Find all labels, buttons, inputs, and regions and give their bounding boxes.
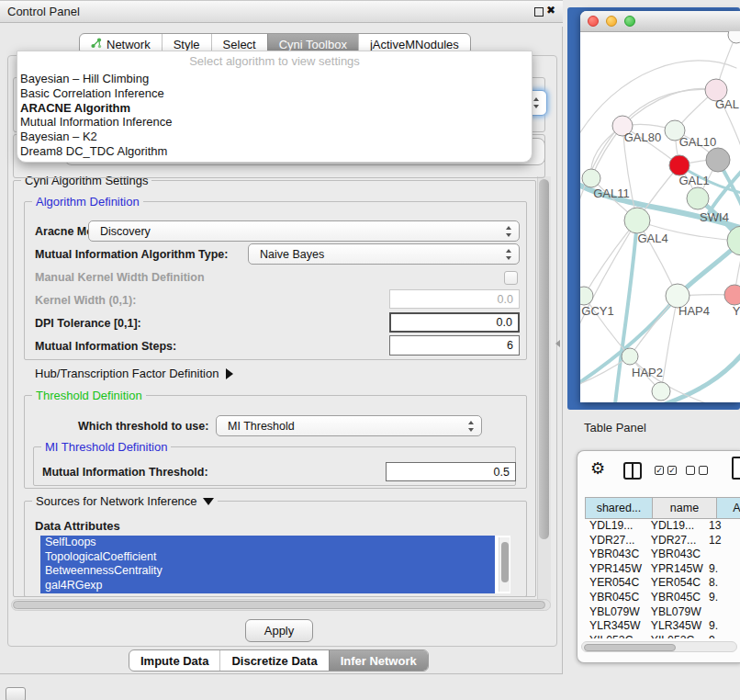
kernel-width-field[interactable]: 0.0 (389, 289, 520, 309)
network-window-titlebar[interactable] (580, 11, 740, 32)
tab-infer-network[interactable]: Infer Network (329, 650, 428, 671)
table-row[interactable]: YBR045CYBR045C9. (585, 591, 740, 605)
table-cell: YBR045C (646, 591, 704, 605)
tab-label: Infer Network (341, 654, 417, 668)
tab-label: Cyni Toolbox (279, 38, 347, 51)
network-node-gal4[interactable] (624, 208, 650, 233)
column-header-a[interactable]: A (717, 497, 740, 519)
mac-close-button[interactable] (588, 16, 599, 27)
table-cell: 9. (704, 619, 740, 634)
unchecked-checkbox-icon (686, 466, 695, 475)
table-cell: 9. (704, 591, 740, 605)
network-node-hap2[interactable] (622, 348, 638, 365)
tab-discretize-data[interactable]: Discretize Data (219, 650, 328, 671)
stepper-icon (505, 226, 512, 237)
close-icon[interactable]: ✖ (546, 4, 555, 17)
mi-type-label: Mutual Information Algorithm Type: (35, 248, 228, 261)
mac-zoom-button[interactable] (624, 16, 635, 27)
dpi-tolerance-field[interactable]: 0.0 (389, 312, 520, 333)
table-row[interactable]: YBR043CYBR043C (585, 548, 740, 562)
settings-vertical-scrollbar-thumb[interactable] (539, 179, 549, 539)
table-row[interactable]: YDR27...YDR27...12 (585, 534, 740, 548)
bottom-left-partial-icon[interactable] (6, 687, 26, 700)
column-header-name[interactable]: name (653, 497, 717, 519)
network-canvas[interactable]: GALGAL80GAL10GAL1GAL11SWI4GAL4GCY1HAP4YH… (580, 31, 740, 402)
mi-type-value: Naive Bayes (260, 248, 324, 261)
gear-icon[interactable]: ⚙ (590, 458, 605, 479)
mi-threshold-field[interactable]: 0.5 (386, 462, 516, 481)
network-node[interactable] (706, 148, 730, 172)
node-label-gal4: GAL4 (637, 231, 667, 245)
scrollbar-thumb[interactable] (584, 644, 676, 651)
table-cell: YBL079W (585, 605, 646, 620)
table-row[interactable]: YDL19...YDL19...13 (585, 519, 740, 534)
stepper-icon (505, 249, 512, 260)
table-row[interactable]: YER054CYER054C8. (585, 576, 740, 591)
table-cell: YLR345W (646, 619, 704, 634)
attributes-list-scrollbar[interactable] (499, 537, 510, 592)
select-all-columns-icon[interactable]: ✓ ✓ (655, 466, 677, 475)
checked-checkbox-icon: ✓ (655, 466, 664, 475)
column-header-shared[interactable]: shared... (585, 497, 653, 519)
table-horizontal-scrollbar[interactable] (581, 641, 737, 652)
which-threshold-value: MI Threshold (228, 420, 295, 433)
columns-icon[interactable] (623, 462, 642, 480)
application-root: Control Panel ✖ NetworkStyleSelectCyni T… (0, 0, 740, 700)
table-row[interactable]: YPR145WYPR145W9. (585, 562, 740, 577)
sources-title-text: Sources for Network Inference (36, 494, 197, 508)
dropdown-item-mutual-information-inference[interactable]: Mutual Information Inference (17, 115, 532, 130)
dropdown-item-dream8-dc-tdc-algorithm[interactable]: Dream8 DC_TDC Algorithm (17, 144, 532, 159)
document-icon[interactable] (732, 457, 740, 480)
attribute-item-betweennesscentrality[interactable]: BetweennessCentrality (40, 564, 495, 579)
dropdown-item-aracne-algorithm[interactable]: ARACNE Algorithm (17, 101, 532, 116)
attribute-item-topologicalcoefficient[interactable]: TopologicalCoefficient (40, 550, 495, 565)
table-cell: YIL052C (646, 634, 704, 638)
table-cell: YIL052C (585, 634, 646, 638)
network-node-gal11[interactable] (582, 169, 600, 187)
data-attributes-list[interactable]: SelfLoopsTopologicalCoefficientBetweenne… (40, 536, 510, 593)
network-node-swi4[interactable] (687, 187, 709, 209)
network-node[interactable] (652, 382, 670, 401)
algorithm-definition-title: Algorithm Definition (32, 195, 143, 209)
tab-impute-data[interactable]: Impute Data (129, 650, 219, 671)
mac-minimize-button[interactable] (606, 16, 617, 27)
settings-horizontal-scrollbar-thumb[interactable] (13, 601, 545, 609)
apply-button[interactable]: Apply (245, 619, 313, 642)
deselect-all-columns-icon[interactable] (686, 466, 708, 475)
float-window-icon[interactable] (534, 7, 544, 17)
expand-right-icon (226, 368, 233, 379)
table-cell: YDR27... (585, 534, 646, 548)
network-node-gal1[interactable] (669, 155, 690, 175)
table-row[interactable]: YBL079WYBL079W (585, 605, 740, 620)
table-row[interactable]: YLR345WYLR345W9. (585, 619, 740, 634)
mi-threshold-definition-title: MI Threshold Definition (41, 440, 171, 454)
kernel-width-label: Kernel Width (0,1): (35, 294, 136, 307)
node-label-swi4: SWI4 (700, 210, 729, 224)
network-node[interactable] (728, 31, 740, 43)
dropdown-item-bayesian-k2[interactable]: Bayesian – K2 (17, 130, 532, 144)
tab-label: Select (223, 38, 256, 51)
tab-label: Impute Data (140, 654, 208, 668)
which-threshold-combobox[interactable]: MI Threshold (216, 415, 482, 436)
dropdown-item-bayesian-hill-climbing[interactable]: Bayesian – Hill Climbing (17, 72, 532, 86)
threshold-definition-title: Threshold Definition (32, 389, 146, 402)
network-window: GALGAL80GAL10GAL1GAL11SWI4GAL4GCY1HAP4YH… (580, 11, 740, 402)
manual-kernel-label: Manual Kernel Width Definition (35, 271, 205, 284)
dropdown-item-basic-correlation-inference[interactable]: Basic Correlation Inference (17, 86, 532, 101)
tab-label: Discretize Data (231, 654, 317, 668)
unchecked-checkbox-icon (699, 466, 708, 475)
table-window: ⚙ ✓ ✓ shared...nameA YDL19...YDL19...13Y… (577, 450, 740, 663)
table-row[interactable]: YIL052CYIL052C9 (585, 634, 740, 638)
manual-kernel-checkbox[interactable] (504, 271, 518, 285)
node-label-gcy1: GCY1 (581, 304, 613, 318)
scrollbar-thumb[interactable] (501, 542, 509, 582)
network-node-y[interactable] (724, 285, 740, 305)
panel-divider-handle[interactable] (555, 340, 560, 347)
attribute-item-gal4rgexp[interactable]: gal4RGexp (40, 579, 495, 593)
aracne-mode-combobox[interactable]: Discovery (88, 220, 520, 242)
attribute-item-selfloops[interactable]: SelfLoops (40, 536, 495, 550)
mi-type-combobox[interactable]: Naive Bayes (248, 243, 520, 265)
mi-steps-field[interactable]: 6 (389, 335, 520, 356)
network-edge[interactable] (665, 355, 740, 402)
hub-definition-expander[interactable]: Hub/Transcription Factor Definition (35, 367, 233, 380)
